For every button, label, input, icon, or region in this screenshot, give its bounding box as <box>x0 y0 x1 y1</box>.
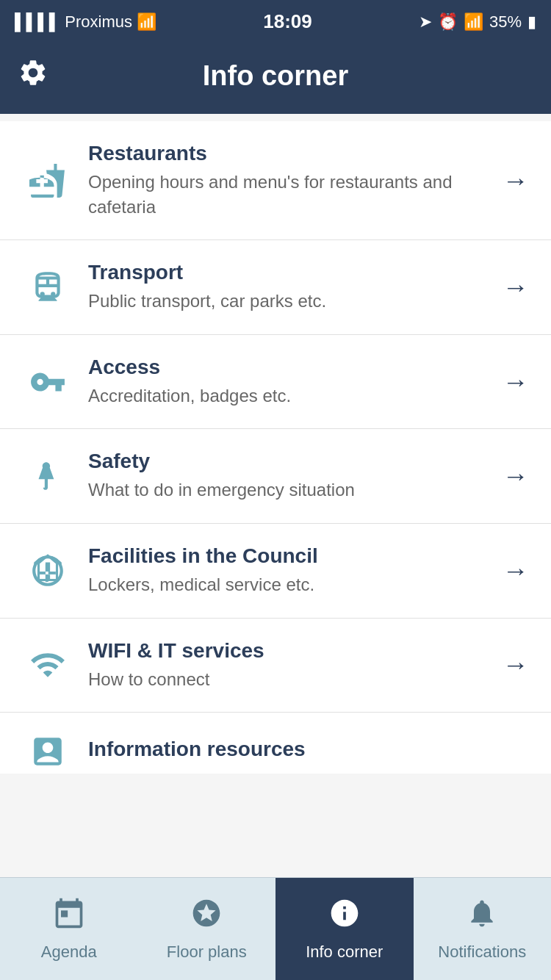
content-list: Restaurants Opening hours and menu's for… <box>0 121 551 774</box>
battery-icon: ▮ <box>527 12 536 32</box>
access-title: Access <box>88 356 488 379</box>
wifi-text: WIFI & IT services How to connect <box>73 639 503 692</box>
info-corner-label: Info corner <box>306 943 383 962</box>
agenda-icon <box>53 897 85 937</box>
facilities-arrow: → <box>503 555 529 586</box>
information-resources-icon <box>22 733 73 770</box>
facilities-title: Facilities in the Council <box>88 544 488 568</box>
transport-subtitle: Public transport, car parks etc. <box>88 289 488 314</box>
list-item-safety[interactable]: Safety What to do in emergency situation… <box>0 429 551 524</box>
wifi-title: WIFI & IT services <box>88 639 488 663</box>
tab-bar: Agenda Floor plans Info corner Notificat… <box>0 877 551 980</box>
safety-arrow: → <box>503 461 529 491</box>
info-corner-icon <box>328 897 361 937</box>
list-item-wifi[interactable]: WIFI & IT services How to connect → <box>0 619 551 713</box>
wifi-arrow: → <box>503 649 529 680</box>
svg-point-1 <box>51 292 55 296</box>
status-right: ➤ ⏰ 📶 35% ▮ <box>419 12 536 32</box>
facilities-icon: ✛ <box>22 552 73 589</box>
restaurants-subtitle: Opening hours and menu's for restaurants… <box>88 170 488 219</box>
restaurants-arrow: → <box>503 165 529 196</box>
tab-notifications[interactable]: Notifications <box>414 878 552 980</box>
transport-text: Transport Public transport, car parks et… <box>73 261 503 314</box>
wifi-subtitle: How to connect <box>88 667 488 692</box>
tab-agenda[interactable]: Agenda <box>0 878 138 980</box>
facilities-text: Facilities in the Council Lockers, medic… <box>73 544 503 597</box>
list-item-access[interactable]: Access Accreditation, badges etc. → <box>0 335 551 430</box>
safety-text: Safety What to do in emergency situation <box>73 450 503 502</box>
restaurants-text: Restaurants Opening hours and menu's for… <box>73 142 503 219</box>
safety-title: Safety <box>88 450 488 473</box>
access-icon <box>22 364 73 400</box>
access-subtitle: Accreditation, badges etc. <box>88 383 488 408</box>
restaurants-icon <box>22 162 73 199</box>
notifications-label: Notifications <box>438 943 526 962</box>
floor-plans-label: Floor plans <box>167 943 247 962</box>
page-title: Info corner <box>203 60 348 92</box>
carrier-name: Proximus <box>65 12 132 32</box>
transport-arrow: → <box>503 272 529 303</box>
notifications-icon <box>466 897 498 937</box>
status-time: 18:09 <box>263 10 312 33</box>
restaurants-title: Restaurants <box>88 142 488 165</box>
wifi-status-icon: 📶 <box>137 12 156 32</box>
signal-icon: ▌▌▌▌ <box>15 12 60 32</box>
access-text: Access Accreditation, badges etc. <box>73 356 503 408</box>
top-spacer <box>0 114 551 121</box>
battery-percentage: 35% <box>489 12 522 32</box>
facilities-subtitle: Lockers, medical service etc. <box>88 572 488 597</box>
information-resources-title: Information resources <box>88 738 514 761</box>
app-header: Info corner <box>0 40 551 114</box>
transport-title: Transport <box>88 261 488 284</box>
safety-subtitle: What to do in emergency situation <box>88 478 488 502</box>
svg-point-0 <box>40 292 45 296</box>
status-left: ▌▌▌▌ Proximus 📶 <box>15 12 156 32</box>
bluetooth-icon: 📶 <box>464 12 483 32</box>
list-item-facilities[interactable]: ✛ Facilities in the Council Lockers, med… <box>0 524 551 619</box>
floor-plans-icon <box>190 897 223 937</box>
settings-icon[interactable] <box>18 57 48 95</box>
agenda-label: Agenda <box>41 943 97 962</box>
safety-icon <box>22 458 73 494</box>
access-arrow: → <box>503 367 529 397</box>
list-item-information-resources[interactable]: Information resources <box>0 713 551 774</box>
location-icon: ➤ <box>419 12 432 32</box>
tab-floor-plans[interactable]: Floor plans <box>138 878 276 980</box>
list-item-restaurants[interactable]: Restaurants Opening hours and menu's for… <box>0 121 551 240</box>
svg-text:✛: ✛ <box>37 559 57 586</box>
information-resources-text: Information resources <box>73 738 529 765</box>
wifi-icon <box>22 646 73 683</box>
alarm-icon: ⏰ <box>438 12 458 32</box>
list-item-transport[interactable]: Transport Public transport, car parks et… <box>0 240 551 335</box>
status-bar: ▌▌▌▌ Proximus 📶 18:09 ➤ ⏰ 📶 35% ▮ <box>0 0 551 40</box>
transport-icon <box>22 269 73 306</box>
tab-info-corner[interactable]: Info corner <box>276 878 414 980</box>
